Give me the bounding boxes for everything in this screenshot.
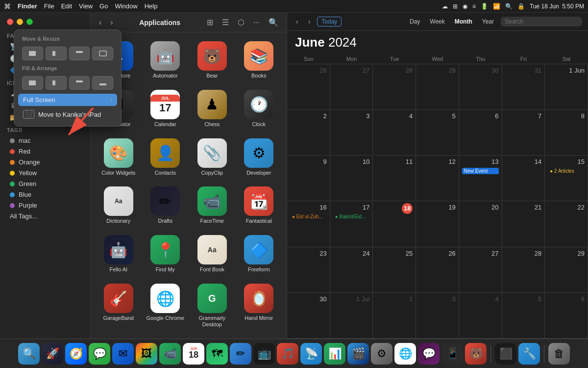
app-item[interactable]: ⚙Developer (237, 135, 281, 181)
sidebar-tag-item[interactable]: Red (3, 146, 87, 157)
arrange-btn-4[interactable] (92, 76, 113, 90)
dock-airdrop[interactable]: 📡 (300, 343, 322, 365)
cal-cell[interactable]: 27 (330, 64, 373, 110)
app-item[interactable]: 🌐Google Chrome (144, 281, 188, 333)
sidebar-tag-item[interactable]: Yellow (3, 168, 87, 178)
back-button[interactable]: ‹ (97, 17, 104, 28)
close-button[interactable] (7, 19, 13, 25)
cal-year-view[interactable]: Year (479, 17, 497, 26)
dock-finder[interactable]: 🔍 (18, 343, 40, 365)
app-item[interactable]: JUL17Calendar (144, 87, 188, 132)
apple-menu[interactable]: ⌘ (4, 2, 11, 10)
cal-cell[interactable]: 5 (416, 110, 459, 156)
cal-cell[interactable]: 25 (373, 247, 416, 293)
cal-cell[interactable]: 19 (416, 201, 459, 247)
cal-cell[interactable]: 14 (502, 156, 545, 201)
cal-prev-button[interactable]: ‹ (293, 17, 301, 26)
grid-toggle[interactable]: ☰ (220, 17, 231, 28)
dock-numbers[interactable]: 📊 (324, 343, 345, 365)
layout-btn-1[interactable] (22, 47, 43, 60)
help-menu[interactable]: Help (145, 2, 158, 10)
forward-button[interactable]: › (108, 17, 115, 28)
dock-safari[interactable]: 🧭 (65, 343, 87, 365)
app-item[interactable]: ♟Chess (190, 87, 234, 132)
sidebar-tag-item[interactable]: All Tags... (3, 211, 87, 221)
view-menu[interactable]: View (79, 2, 93, 10)
search-button[interactable]: 🔍 (266, 17, 281, 28)
dock-settings[interactable]: ⚙ (371, 343, 392, 365)
dock-facetime[interactable]: 📹 (159, 343, 181, 365)
app-item[interactable]: 🕐Clock (237, 87, 281, 132)
cal-cell[interactable]: 31 (502, 64, 545, 110)
cal-month-view[interactable]: Month (452, 17, 475, 26)
cal-cell[interactable]: 13New Event (459, 156, 502, 201)
app-item[interactable]: 📎CopyClip (190, 135, 234, 181)
cal-next-button[interactable]: › (305, 17, 314, 26)
dock-setapp[interactable]: 🔧 (518, 343, 540, 365)
cal-cell[interactable]: 5 (502, 293, 545, 339)
window-menu[interactable]: Window (115, 2, 137, 10)
app-item[interactable]: 📚Books (237, 38, 281, 84)
cal-cell[interactable]: 4 (373, 110, 416, 156)
dock-music[interactable]: 🎵 (277, 343, 298, 365)
cal-cell[interactable]: 26 (287, 64, 330, 110)
app-item[interactable]: 🤖Fello AI (97, 232, 141, 278)
cal-cell[interactable]: 3 (330, 110, 373, 156)
cal-cell[interactable]: 29 (545, 247, 588, 293)
cal-cell[interactable]: 1 Jul (330, 293, 373, 339)
app-item[interactable]: 🐻Bear (190, 38, 234, 84)
sidebar-tag-item[interactable]: Purple (3, 200, 87, 210)
dock-terminal[interactable]: ⬛ (495, 343, 516, 365)
cal-cell[interactable]: 11 (373, 156, 416, 201)
dock-appletv[interactable]: 📺 (253, 343, 275, 365)
dock-maps[interactable]: 🗺 (206, 343, 228, 365)
cal-cell[interactable]: 6 (545, 293, 588, 339)
cal-cell[interactable]: 10 (330, 156, 373, 201)
cal-cell[interactable]: 27 (459, 247, 502, 293)
app-item[interactable]: 📍Find My (144, 232, 188, 278)
cal-cell[interactable]: 6 (459, 110, 502, 156)
cal-cell[interactable]: 15● 2 Articles (545, 156, 588, 201)
share-button[interactable]: ⬡ (235, 17, 247, 28)
app-item[interactable]: AaFont Book (190, 232, 234, 278)
cal-cell[interactable]: 18 (373, 201, 416, 247)
full-screen-item[interactable]: Full Screen › (18, 94, 117, 106)
cal-cell[interactable]: 28 (373, 64, 416, 110)
layout-btn-2[interactable] (46, 47, 67, 60)
cal-cell[interactable]: 24 (330, 247, 373, 293)
cal-cell[interactable]: 22 (545, 201, 588, 247)
cal-day-view[interactable]: Day (407, 17, 423, 26)
cal-event[interactable]: ● Eid ul-Zuh... (290, 213, 327, 220)
cal-cell[interactable]: 30 (287, 293, 330, 339)
dock-mail[interactable]: ✉ (112, 343, 134, 365)
arrange-btn-1[interactable] (22, 76, 43, 90)
app-item[interactable]: 🔷Freeform (237, 232, 281, 278)
edit-menu[interactable]: Edit (61, 2, 72, 10)
app-item[interactable]: 🤖Automator (144, 38, 188, 84)
sidebar-tag-item[interactable]: Green (3, 179, 87, 189)
move-to-ipad-item[interactable]: ⬛ Move to Kanika's iPad (18, 107, 117, 121)
cal-cell[interactable]: 1 Jun (545, 64, 588, 110)
app-item[interactable]: GGrammarly Desktop (190, 281, 234, 333)
dock-chrome[interactable]: 🌐 (394, 343, 416, 365)
more-button[interactable]: ··· (251, 17, 262, 28)
cal-cell[interactable]: 8 (545, 110, 588, 156)
cal-search-input[interactable] (501, 17, 582, 26)
arrange-btn-3[interactable] (69, 76, 90, 90)
cal-cell[interactable]: 30 (459, 64, 502, 110)
sidebar-tag-item[interactable]: Orange (3, 157, 87, 167)
cal-cell[interactable]: 7 (502, 110, 545, 156)
cal-cell[interactable]: 17● Bakrid/Eid... (330, 201, 373, 247)
app-item[interactable]: 📆Fantastical (237, 184, 281, 229)
cal-cell[interactable]: 29 (416, 64, 459, 110)
dock-bezel[interactable]: 📱 (441, 343, 463, 365)
cal-cell[interactable]: 9 (287, 156, 330, 201)
dock-keynote[interactable]: 🎬 (347, 343, 369, 365)
sidebar-tag-item[interactable]: mac (3, 135, 87, 146)
control-center[interactable]: ≡ (472, 3, 476, 10)
cal-cell[interactable]: 21 (502, 201, 545, 247)
view-toggle[interactable]: ⊞ (204, 17, 216, 28)
app-item[interactable]: ✏Drafts (144, 184, 188, 229)
sidebar-tag-item[interactable]: Blue (3, 189, 87, 200)
cal-event[interactable]: ● Bakrid/Eid... (333, 213, 370, 220)
